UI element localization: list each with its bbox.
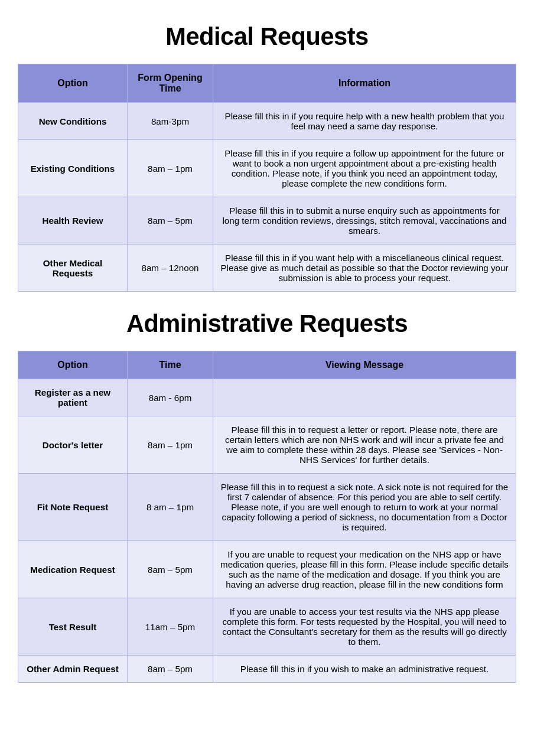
medical-time: 8am – 5pm: [128, 197, 213, 245]
admin-info: If you are unable to access your test re…: [213, 598, 516, 656]
admin-row: Fit Note Request 8 am – 1pm Please fill …: [18, 474, 516, 541]
admin-table: Option Time Viewing Message Register as …: [18, 351, 516, 683]
medical-option: Health Review: [18, 197, 128, 245]
admin-row: Test Result 11am – 5pm If you are unable…: [18, 598, 516, 656]
admin-info: If you are unable to request your medica…: [213, 541, 516, 598]
admin-time: 8am – 1pm: [128, 416, 213, 474]
admin-option: Other Admin Request: [18, 656, 128, 683]
medical-row: Existing Conditions 8am – 1pm Please fil…: [18, 140, 516, 197]
admin-time: 11am – 5pm: [128, 598, 213, 656]
admin-title: Administrative Requests: [18, 309, 516, 338]
medical-time: 8am-3pm: [128, 103, 213, 140]
medical-info: Please fill this in if you want help wit…: [213, 245, 516, 292]
medical-time: 8am – 1pm: [128, 140, 213, 197]
admin-header-time: Time: [128, 351, 213, 379]
admin-time: 8 am – 1pm: [128, 474, 213, 541]
admin-option: Doctor's letter: [18, 416, 128, 474]
medical-title: Medical Requests: [18, 22, 516, 51]
admin-time: 8am – 5pm: [128, 656, 213, 683]
admin-option: Test Result: [18, 598, 128, 656]
admin-time: 8am – 5pm: [128, 541, 213, 598]
admin-info: Please fill this in to request a letter …: [213, 416, 516, 474]
medical-option: Other Medical Requests: [18, 245, 128, 292]
admin-header-viewing: Viewing Message: [213, 351, 516, 379]
admin-row: Register as a new patient 8am - 6pm: [18, 379, 516, 416]
admin-row: Other Admin Request 8am – 5pm Please fil…: [18, 656, 516, 683]
medical-row: New Conditions 8am-3pm Please fill this …: [18, 103, 516, 140]
medical-time: 8am – 12noon: [128, 245, 213, 292]
medical-info: Please fill this in if you require a fol…: [213, 140, 516, 197]
medical-header-info: Information: [213, 64, 516, 103]
admin-info: [213, 379, 516, 416]
medical-table: Option Form Opening Time Information New…: [18, 64, 516, 292]
medical-info: Please fill this in to submit a nurse en…: [213, 197, 516, 245]
medical-option: New Conditions: [18, 103, 128, 140]
medical-info: Please fill this in if you require help …: [213, 103, 516, 140]
medical-option: Existing Conditions: [18, 140, 128, 197]
admin-info: Please fill this in if you wish to make …: [213, 656, 516, 683]
admin-row: Medication Request 8am – 5pm If you are …: [18, 541, 516, 598]
admin-time: 8am - 6pm: [128, 379, 213, 416]
admin-option: Fit Note Request: [18, 474, 128, 541]
medical-header-option: Option: [18, 64, 128, 103]
medical-row: Health Review 8am – 5pm Please fill this…: [18, 197, 516, 245]
admin-info: Please fill this in to request a sick no…: [213, 474, 516, 541]
admin-row: Doctor's letter 8am – 1pm Please fill th…: [18, 416, 516, 474]
medical-header-time: Form Opening Time: [128, 64, 213, 103]
admin-option: Register as a new patient: [18, 379, 128, 416]
admin-option: Medication Request: [18, 541, 128, 598]
admin-header-option: Option: [18, 351, 128, 379]
medical-row: Other Medical Requests 8am – 12noon Plea…: [18, 245, 516, 292]
